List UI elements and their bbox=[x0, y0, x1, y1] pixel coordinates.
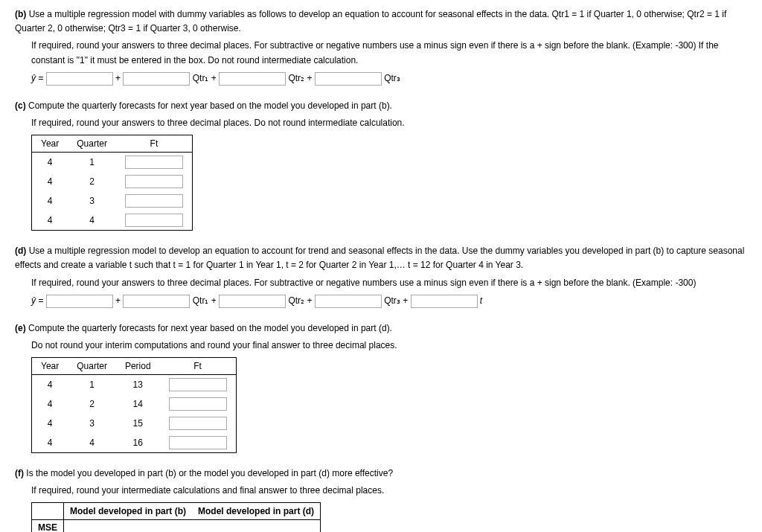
part-b-equation: ŷ = + Qtr₁ + Qtr₂ + Qtr₃ bbox=[31, 72, 747, 86]
part-d: (d) Use a multiple regression model to d… bbox=[15, 244, 747, 308]
partd-qtr2-input[interactable] bbox=[219, 295, 286, 308]
part-c-table: Year Quarter Ft 4 1 4 2 4 3 4 4 bbox=[31, 135, 193, 231]
col-ft: Ft bbox=[116, 135, 193, 153]
qtr3-d-label: Qtr₃ + bbox=[384, 295, 408, 306]
partc-ft-1[interactable] bbox=[125, 156, 183, 169]
part-c-main: Compute the quarterly forecasts for next… bbox=[28, 100, 392, 111]
table-row: MSE bbox=[32, 520, 321, 532]
part-f-main: Is the model you developed in part (b) o… bbox=[26, 468, 393, 478]
yhat-label-d: ŷ = bbox=[31, 295, 43, 306]
table-row: 4 4 16 bbox=[32, 433, 237, 453]
table-row: 4 1 bbox=[32, 153, 193, 173]
partd-qtr1-input[interactable] bbox=[123, 295, 190, 308]
part-d-label: (d) bbox=[15, 246, 26, 256]
part-f: (f) Is the model you developed in part (… bbox=[15, 467, 747, 532]
part-c: (c) Compute the quarterly forecasts for … bbox=[15, 99, 747, 231]
partb-qtr3-input[interactable] bbox=[315, 72, 382, 86]
table-row: 4 2 bbox=[32, 172, 193, 191]
parte-ft-3[interactable] bbox=[169, 417, 227, 430]
part-b-label: (b) bbox=[15, 9, 26, 19]
mse-label: MSE bbox=[32, 520, 64, 532]
partc-ft-2[interactable] bbox=[125, 175, 183, 188]
table-row: 4 4 bbox=[32, 211, 193, 231]
parte-ft-2[interactable] bbox=[169, 397, 227, 411]
part-d-main: Use a multiple regression model to devel… bbox=[15, 246, 744, 270]
table-row: 4 3 bbox=[32, 191, 193, 211]
col-model-b: Model developed in part (b) bbox=[64, 503, 193, 520]
table-row: 4 2 14 bbox=[32, 394, 237, 414]
part-f-table: Model developed in part (b) Model develo… bbox=[31, 502, 321, 532]
table-row: 4 3 15 bbox=[32, 414, 237, 433]
partd-qtr3-input[interactable] bbox=[315, 295, 382, 308]
col-year-e: Year bbox=[32, 358, 68, 375]
parte-ft-1[interactable] bbox=[169, 378, 227, 391]
partb-constant-input[interactable] bbox=[46, 72, 113, 86]
qtr2-d-label: Qtr₂ + bbox=[288, 295, 312, 306]
part-f-label: (f) bbox=[15, 468, 24, 478]
plus-d1: + bbox=[115, 295, 121, 306]
part-d-equation: ŷ = + Qtr₁ + Qtr₂ + Qtr₃ + t bbox=[31, 295, 747, 308]
col-period-e: Period bbox=[116, 358, 160, 375]
partd-constant-input[interactable] bbox=[46, 295, 113, 308]
col-model-d: Model developed in part (d) bbox=[192, 503, 321, 520]
part-b: (b) Use a multiple regression model with… bbox=[15, 7, 747, 86]
partd-t-input[interactable] bbox=[411, 295, 478, 308]
part-c-label: (c) bbox=[15, 100, 26, 111]
part-f-sub1: If required, round your intermediate cal… bbox=[31, 484, 747, 498]
yhat-label: ŷ = bbox=[31, 73, 43, 83]
col-year: Year bbox=[32, 135, 68, 153]
qtr1-d-label: Qtr₁ + bbox=[193, 295, 217, 306]
partb-qtr1-input[interactable] bbox=[123, 72, 190, 86]
part-b-main: Use a multiple regression model with dum… bbox=[15, 9, 726, 33]
part-e-table: Year Quarter Period Ft 4 1 13 4 2 14 4 3… bbox=[31, 357, 237, 453]
col-ft-e: Ft bbox=[160, 358, 237, 375]
part-e-sub1: Do not round your interim computations a… bbox=[31, 339, 747, 353]
partb-qtr2-input[interactable] bbox=[219, 72, 286, 86]
partc-ft-4[interactable] bbox=[125, 214, 183, 227]
t-label: t bbox=[480, 295, 482, 306]
partc-ft-3[interactable] bbox=[125, 194, 183, 208]
part-e-main: Compute the quarterly forecasts for next… bbox=[28, 323, 392, 333]
qtr3-label: Qtr₃ bbox=[384, 73, 400, 83]
part-b-sub1: If required, round your answers to three… bbox=[31, 39, 747, 67]
parte-ft-4[interactable] bbox=[169, 436, 227, 449]
part-e: (e) Compute the quarterly forecasts for … bbox=[15, 321, 747, 453]
col-quarter: Quarter bbox=[68, 135, 116, 153]
part-d-sub1: If required, round your answers to three… bbox=[31, 276, 747, 290]
table-row: 4 1 13 bbox=[32, 375, 237, 395]
qtr1-label: Qtr₁ + bbox=[193, 73, 217, 83]
part-e-label: (e) bbox=[15, 323, 26, 333]
part-c-sub1: If required, round your answers to three… bbox=[31, 116, 747, 130]
col-quarter-e: Quarter bbox=[68, 358, 116, 375]
qtr2-label: Qtr₂ + bbox=[288, 73, 312, 83]
plus-1: + bbox=[115, 73, 121, 83]
